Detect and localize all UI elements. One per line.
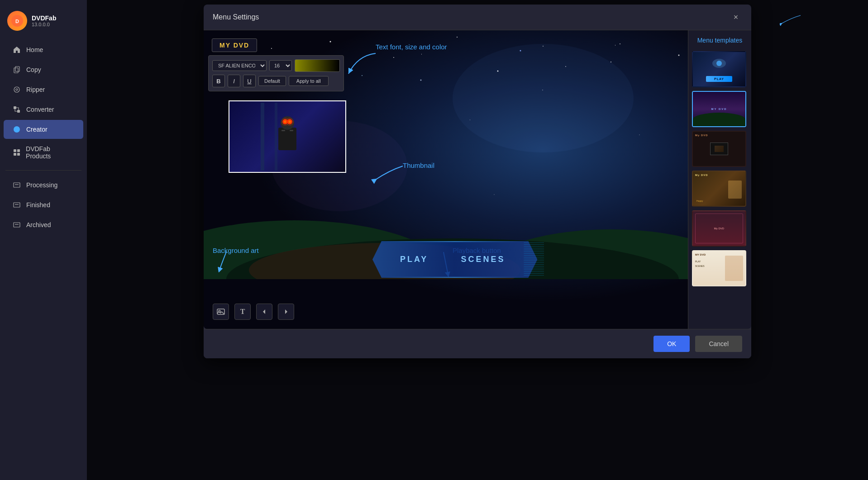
close-button[interactable]: × xyxy=(730,11,742,24)
app-logo: D DVDFab 13.0.0.0 xyxy=(0,5,87,40)
sidebar-item-copy[interactable]: Copy xyxy=(4,60,83,79)
playback-buttons-area: PLAY SCENES xyxy=(384,247,521,272)
sidebar-label-home: Home xyxy=(26,46,43,53)
default-button[interactable]: Default xyxy=(258,76,286,86)
copy-icon xyxy=(13,66,21,74)
preview-area: MY DVD SF ALIEN ENCOU 16 xyxy=(204,30,688,329)
processing-icon xyxy=(13,181,21,189)
modal-body: MY DVD SF ALIEN ENCOU 16 xyxy=(204,30,751,329)
font-toolbar: SF ALIEN ENCOU 16 B I U Default xyxy=(208,55,344,91)
cancel-button[interactable]: Cancel xyxy=(695,336,742,352)
sidebar-item-finished[interactable]: Finished xyxy=(4,195,83,214)
sidebar-item-dvdfab-products[interactable]: DVDFab Products xyxy=(4,140,83,165)
template-item-2[interactable]: MY DVD xyxy=(692,91,746,127)
main-content: Menu Settings × xyxy=(87,0,868,480)
modal-footer: OK Cancel xyxy=(204,329,751,358)
svg-rect-9 xyxy=(14,149,16,152)
svg-text:D: D xyxy=(15,19,19,24)
template-item-4[interactable]: My DVD Happy xyxy=(692,171,746,207)
finished-icon xyxy=(13,201,21,209)
svg-rect-12 xyxy=(17,153,20,156)
products-icon xyxy=(13,148,20,157)
sidebar-item-archived[interactable]: Archived xyxy=(4,215,83,234)
ripper-icon xyxy=(13,86,21,94)
svg-rect-11 xyxy=(14,153,16,156)
logo-icon: D xyxy=(7,11,27,31)
logo-text-group: DVDFab 13.0.0.0 xyxy=(32,14,56,27)
sidebar-label-archived: Archived xyxy=(26,221,51,228)
svg-rect-2 xyxy=(14,68,18,73)
sidebar-item-home[interactable]: Home xyxy=(4,40,83,59)
svg-rect-52 xyxy=(290,130,293,131)
sidebar-item-ripper[interactable]: Ripper xyxy=(4,80,83,99)
sidebar: D DVDFab 13.0.0.0 Home Copy Ripper Conve… xyxy=(0,0,87,480)
sidebar-item-processing[interactable]: Processing xyxy=(4,176,83,195)
app-version: 13.0.0.0 xyxy=(32,22,56,27)
svg-rect-15 xyxy=(14,203,20,207)
menu-settings-modal: Menu Settings × xyxy=(204,5,751,358)
background-image-button[interactable] xyxy=(213,304,229,320)
sidebar-label-converter: Converter xyxy=(26,106,54,113)
font-family-row: SF ALIEN ENCOU 16 xyxy=(212,59,340,72)
svg-rect-17 xyxy=(14,223,20,227)
svg-rect-13 xyxy=(14,183,20,187)
format-buttons-row: B I U Default Apply to all xyxy=(212,75,340,87)
converter-icon xyxy=(13,105,21,114)
play-button[interactable]: PLAY xyxy=(384,247,444,272)
svg-rect-6 xyxy=(14,106,16,109)
thumbnail-preview xyxy=(229,100,346,173)
text-button[interactable]: T xyxy=(234,304,251,320)
prev-button[interactable] xyxy=(256,304,272,320)
svg-rect-3 xyxy=(15,67,19,71)
app-name: DVDFab xyxy=(32,14,56,22)
template-item-1[interactable]: PLAY xyxy=(692,51,746,87)
italic-button[interactable]: I xyxy=(228,75,240,87)
svg-rect-43 xyxy=(278,128,296,150)
modal-overlay: Menu Settings × xyxy=(87,0,868,480)
template-item-5[interactable]: My DVD xyxy=(692,210,746,247)
scenes-button[interactable]: SCENES xyxy=(444,247,521,272)
bold-button[interactable]: B xyxy=(212,75,225,87)
modal-header: Menu Settings × xyxy=(204,5,751,30)
templates-panel: Menu templates PLAY xyxy=(688,30,751,329)
sidebar-label-products: DVDFab Products xyxy=(26,145,74,160)
archived-icon xyxy=(13,221,21,229)
color-picker[interactable] xyxy=(295,59,340,72)
svg-rect-10 xyxy=(17,149,20,152)
svg-point-4 xyxy=(14,87,19,92)
svg-rect-7 xyxy=(17,110,20,113)
ok-button[interactable]: OK xyxy=(653,336,690,352)
template-item-6[interactable]: MY DVD PLAY SCENES xyxy=(692,250,746,286)
creator-icon xyxy=(13,125,21,133)
apply-all-button[interactable]: Apply to all xyxy=(289,76,329,86)
home-icon xyxy=(13,46,21,54)
thumbnail-inner xyxy=(229,101,345,172)
font-size-select[interactable]: 16 xyxy=(269,60,292,71)
sidebar-label-processing: Processing xyxy=(26,181,57,189)
svg-point-5 xyxy=(16,89,18,90)
sidebar-label-ripper: Ripper xyxy=(26,86,45,93)
sidebar-label-finished: Finished xyxy=(26,201,50,209)
font-family-select[interactable]: SF ALIEN ENCOU xyxy=(212,60,267,71)
svg-point-8 xyxy=(14,126,20,133)
modal-title: Menu Settings xyxy=(213,13,259,21)
sidebar-item-converter[interactable]: Converter xyxy=(4,100,83,119)
sidebar-label-copy: Copy xyxy=(26,66,41,73)
dvd-title[interactable]: MY DVD xyxy=(212,38,257,52)
underline-button[interactable]: U xyxy=(243,75,256,87)
template-item-3[interactable]: My DVD xyxy=(692,131,746,167)
svg-rect-51 xyxy=(281,130,285,131)
sidebar-divider xyxy=(5,170,81,171)
preview-toolbar: T xyxy=(213,304,294,320)
sidebar-label-creator: Creator xyxy=(26,126,48,133)
next-button[interactable] xyxy=(278,304,294,320)
sidebar-item-creator[interactable]: Creator xyxy=(4,120,83,139)
templates-title: Menu templates xyxy=(692,35,748,48)
